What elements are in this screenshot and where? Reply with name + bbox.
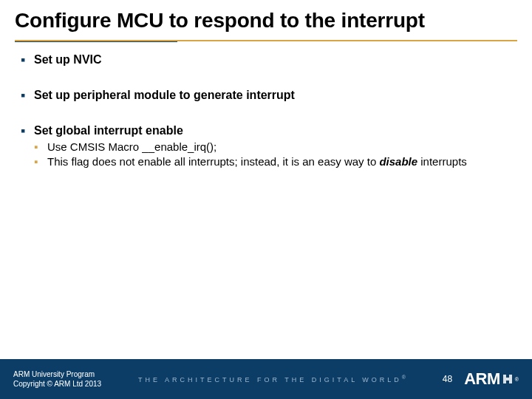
bullet-l1: Set up peripheral module to generate int…: [34, 88, 295, 103]
bullet-l2: This flag does not enable all interrupts…: [47, 154, 467, 168]
bullet-icon: ▪: [21, 52, 30, 67]
bullet-l1: Set global interrupt enable: [34, 123, 183, 138]
registered-mark: ®: [515, 377, 519, 382]
arm-logo-icon: [502, 373, 514, 385]
arm-logo: ARM ®: [464, 369, 519, 389]
bullet-icon: ▪: [34, 154, 43, 168]
footer-line2: Copyright © ARM Ltd 2013: [13, 379, 101, 389]
bullet-icon: ▪: [21, 123, 30, 138]
bullet-l2: Use CMSIS Macro __enable_irq();: [47, 140, 216, 154]
slide-footer: ARM University Program Copyright © ARM L…: [0, 359, 532, 399]
slide-body: ▪ Set up NVIC ▪ Set up peripheral module…: [0, 42, 532, 399]
bullet-l1: Set up NVIC: [34, 52, 102, 67]
slide-title: Configure MCU to respond to the interrup…: [15, 9, 517, 33]
bullet-icon: ▪: [34, 140, 43, 154]
footer-line1: ARM University Program: [13, 369, 101, 379]
footer-tagline: THE ARCHITECTURE FOR THE DIGITAL WORLD®: [138, 375, 406, 383]
page-number: 48: [443, 374, 452, 384]
bullet-icon: ▪: [21, 88, 30, 103]
